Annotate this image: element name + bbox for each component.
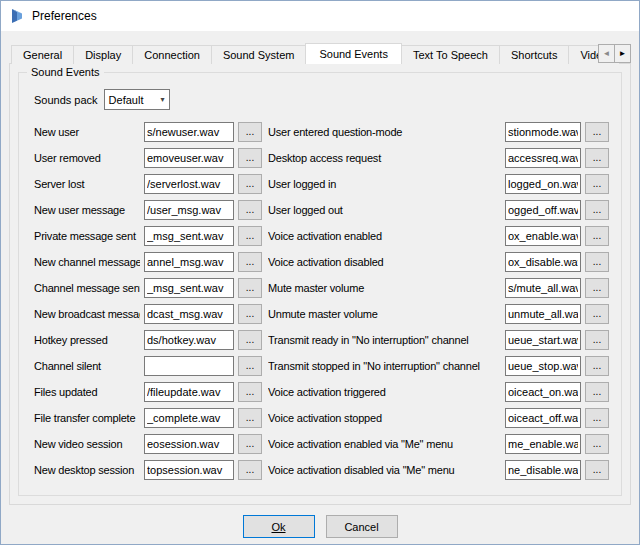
sound-event-row: Private message sent ... <box>34 223 262 249</box>
sounds-pack-label: Sounds pack <box>34 94 98 106</box>
sound-file-input[interactable] <box>144 148 234 168</box>
sound-event-label: Unmute master volume <box>268 308 501 320</box>
cancel-button[interactable]: Cancel <box>326 515 398 538</box>
browse-button[interactable]: ... <box>238 434 262 454</box>
browse-button[interactable]: ... <box>238 382 262 402</box>
sound-event-row: Hotkey pressed ... <box>34 327 262 353</box>
sound-event-label: Voice activation disabled <box>268 256 501 268</box>
preferences-dialog: Preferences GeneralDisplayConnectionSoun… <box>0 0 640 545</box>
sound-event-label: Transmit stopped in "No interruption" ch… <box>268 360 501 372</box>
sound-file-input[interactable] <box>505 200 581 220</box>
browse-button[interactable]: ... <box>238 356 262 376</box>
sounds-pack-select[interactable]: Default ▾ <box>104 89 170 110</box>
sound-event-label: Hotkey pressed <box>34 334 140 346</box>
sound-file-input[interactable] <box>144 434 234 454</box>
sound-file-input[interactable] <box>144 122 234 142</box>
browse-button[interactable]: ... <box>585 382 609 402</box>
sound-file-input[interactable] <box>505 460 581 480</box>
tab-general[interactable]: General <box>11 45 74 64</box>
sound-file-input[interactable] <box>505 226 581 246</box>
dialog-client-area: GeneralDisplayConnectionSound SystemSoun… <box>1 31 639 544</box>
sound-file-input[interactable] <box>144 356 234 376</box>
sound-file-input[interactable] <box>505 434 581 454</box>
browse-button[interactable]: ... <box>585 330 609 350</box>
browse-button[interactable]: ... <box>585 408 609 428</box>
browse-button[interactable]: ... <box>585 460 609 480</box>
browse-button[interactable]: ... <box>585 148 609 168</box>
tab-scroll-left-button[interactable]: ◄ <box>598 44 615 63</box>
browse-button[interactable]: ... <box>585 200 609 220</box>
sound-event-row: Voice activation enabled ... <box>268 223 609 249</box>
sound-event-row: Files updated ... <box>34 379 262 405</box>
tab-connection[interactable]: Connection <box>132 45 212 64</box>
tab-scroll-right-button[interactable]: ► <box>614 44 631 63</box>
browse-button[interactable]: ... <box>585 304 609 324</box>
sound-file-input[interactable] <box>505 122 581 142</box>
sound-event-row: Mute master volume ... <box>268 275 609 301</box>
ok-button[interactable]: Ok <box>243 515 315 538</box>
browse-button[interactable]: ... <box>238 252 262 272</box>
browse-button[interactable]: ... <box>238 200 262 220</box>
app-icon <box>9 8 25 24</box>
sound-file-input[interactable] <box>144 200 234 220</box>
sound-file-input[interactable] <box>144 408 234 428</box>
browse-button[interactable]: ... <box>585 122 609 142</box>
sound-event-column-right: User entered question-mode ... Desktop a… <box>268 119 609 483</box>
sound-file-input[interactable] <box>505 304 581 324</box>
sound-event-row: Channel message sent ... <box>34 275 262 301</box>
browse-button[interactable]: ... <box>585 252 609 272</box>
sound-event-row: Voice activation stopped ... <box>268 405 609 431</box>
sound-file-input[interactable] <box>505 408 581 428</box>
sound-file-input[interactable] <box>144 226 234 246</box>
sound-file-input[interactable] <box>144 304 234 324</box>
browse-button[interactable]: ... <box>238 408 262 428</box>
sound-event-row: Voice activation disabled ... <box>268 249 609 275</box>
sound-event-row: Channel silent ... <box>34 353 262 379</box>
sound-file-input[interactable] <box>505 356 581 376</box>
browse-button[interactable]: ... <box>238 122 262 142</box>
sound-event-row: New user message ... <box>34 197 262 223</box>
browse-button[interactable]: ... <box>238 148 262 168</box>
sound-event-label: Channel silent <box>34 360 140 372</box>
sound-file-input[interactable] <box>505 330 581 350</box>
groupbox-title: Sound Events <box>27 66 104 78</box>
sound-event-label: Voice activation enabled via "Me" menu <box>268 438 501 450</box>
tab-shortcuts[interactable]: Shortcuts <box>499 45 569 64</box>
sound-file-input[interactable] <box>505 148 581 168</box>
sound-event-label: Mute master volume <box>268 282 501 294</box>
sound-file-input[interactable] <box>505 278 581 298</box>
browse-button[interactable]: ... <box>238 226 262 246</box>
sound-file-input[interactable] <box>144 382 234 402</box>
sound-file-input[interactable] <box>144 278 234 298</box>
browse-button[interactable]: ... <box>238 460 262 480</box>
sound-event-row: Voice activation enabled via "Me" menu .… <box>268 431 609 457</box>
sound-event-label: New user <box>34 126 140 138</box>
sound-file-input[interactable] <box>144 460 234 480</box>
tab-display[interactable]: Display <box>73 45 133 64</box>
sound-events-groupbox: Sound Events Sounds pack Default ▾ New u… <box>18 72 622 496</box>
browse-button[interactable]: ... <box>238 304 262 324</box>
tab-page-sound-events: Sound Events Sounds pack Default ▾ New u… <box>9 63 631 505</box>
tab-sound-events[interactable]: Sound Events <box>305 43 402 64</box>
sound-file-input[interactable] <box>144 330 234 350</box>
sound-file-input[interactable] <box>505 382 581 402</box>
sound-event-label: New desktop session <box>34 464 140 476</box>
browse-button[interactable]: ... <box>585 434 609 454</box>
browse-button[interactable]: ... <box>585 174 609 194</box>
tab-text-to-speech[interactable]: Text To Speech <box>401 45 500 64</box>
browse-button[interactable]: ... <box>238 174 262 194</box>
browse-button[interactable]: ... <box>238 278 262 298</box>
sound-event-label: New broadcast message <box>34 308 140 320</box>
browse-button[interactable]: ... <box>585 356 609 376</box>
sound-event-row: User entered question-mode ... <box>268 119 609 145</box>
sound-file-input[interactable] <box>144 174 234 194</box>
browse-button[interactable]: ... <box>585 278 609 298</box>
sound-file-input[interactable] <box>505 174 581 194</box>
sound-file-input[interactable] <box>505 252 581 272</box>
browse-button[interactable]: ... <box>238 330 262 350</box>
tab-sound-system[interactable]: Sound System <box>211 45 307 64</box>
sound-event-row: Transmit stopped in "No interruption" ch… <box>268 353 609 379</box>
sound-event-label: New user message <box>34 204 140 216</box>
browse-button[interactable]: ... <box>585 226 609 246</box>
sound-file-input[interactable] <box>144 252 234 272</box>
